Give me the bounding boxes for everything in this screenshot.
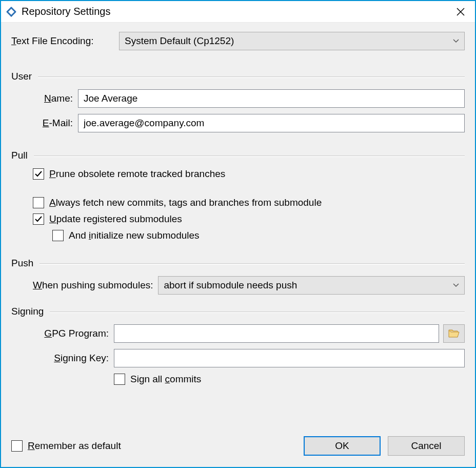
init-submodules-checkbox[interactable] [52,230,64,241]
always-fetch-row: Always fetch new commits, tags and branc… [33,197,465,208]
signing-group-title: Signing [11,306,50,317]
prune-row: Prune obsolete remote tracked branches [33,168,465,180]
update-submodules-label: Update registered submodules [49,213,182,225]
name-input[interactable] [78,89,465,108]
gpg-program-label: GPG Program: [11,328,114,339]
user-group: User Name: E-Mail: [11,71,465,139]
update-submodules-row: Update registered submodules [33,213,465,225]
push-group-title: Push [11,258,39,269]
email-row: E-Mail: [11,114,465,132]
encoding-select-value: System Default (Cp1252) [125,35,234,47]
close-button[interactable] [449,4,472,20]
signing-group: Signing GPG Program: Signing Key: [11,306,465,390]
signing-key-row: Signing Key: [11,349,465,367]
window-title: Repository Settings [22,6,449,17]
remember-row: Remember as default [11,440,121,452]
app-icon [5,6,17,18]
folder-open-icon [448,329,460,338]
browse-gpg-button[interactable] [443,324,465,343]
gpg-program-row: GPG Program: [11,324,465,343]
sign-all-commits-label: Sign all commits [130,374,201,385]
always-fetch-label: Always fetch new commits, tags and branc… [49,197,322,208]
pull-group: Pull Prune obsolete remote tracked branc… [11,150,465,246]
gpg-program-input[interactable] [114,324,439,343]
update-submodules-checkbox[interactable] [33,213,44,225]
user-group-title: User [11,71,38,82]
push-submodules-label: When pushing submodules: [33,280,158,291]
ok-button[interactable]: OK [304,436,381,456]
signing-key-input[interactable] [114,349,465,367]
close-icon [457,8,465,16]
chevron-down-icon [453,283,459,287]
always-fetch-checkbox[interactable] [33,197,44,208]
pull-group-title: Pull [11,150,34,161]
init-submodules-label: And initialize new submodules [69,230,200,241]
push-submodules-row: When pushing submodules: abort if submod… [33,276,465,295]
dialog-footer: Remember as default OK Cancel [11,431,465,462]
name-row: Name: [11,89,465,108]
dialog-content: Text File Encoding: System Default (Cp12… [1,23,475,467]
cancel-button[interactable]: Cancel [388,436,465,456]
dialog-window: Repository Settings Text File Encoding: … [0,0,476,468]
email-input[interactable] [78,114,465,132]
email-label: E-Mail: [11,118,78,129]
name-label: Name: [11,93,78,104]
prune-checkbox[interactable] [33,168,44,180]
title-bar: Repository Settings [1,1,475,23]
chevron-down-icon [453,39,459,43]
sign-all-commits-row: Sign all commits [114,374,465,385]
prune-label: Prune obsolete remote tracked branches [49,168,225,180]
init-submodules-row: And initialize new submodules [52,230,465,241]
encoding-label: Text File Encoding: [11,35,114,47]
remember-label: Remember as default [28,440,121,452]
signing-key-label: Signing Key: [11,353,114,364]
encoding-row: Text File Encoding: System Default (Cp12… [11,32,465,50]
encoding-select[interactable]: System Default (Cp1252) [119,32,465,50]
push-submodules-select[interactable]: abort if submodule needs push [158,276,465,295]
push-submodules-value: abort if submodule needs push [164,280,297,291]
push-group: Push When pushing submodules: abort if s… [11,258,465,295]
remember-checkbox[interactable] [11,440,23,452]
sign-all-commits-checkbox[interactable] [114,374,125,385]
